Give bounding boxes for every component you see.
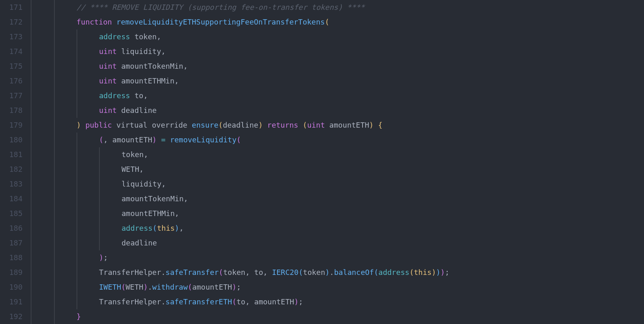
indent-guide <box>77 74 77 88</box>
code-line[interactable]: token, <box>54 147 449 162</box>
indent-guide <box>54 162 55 177</box>
code-line[interactable]: amountETHMin, <box>54 206 449 221</box>
code-text: deadline <box>54 239 157 247</box>
token: TransferHelper <box>99 268 161 277</box>
line-number: 176 <box>4 74 23 88</box>
indent-guide <box>77 133 77 147</box>
token: . <box>330 268 334 277</box>
token: ( <box>188 283 192 291</box>
token <box>298 121 303 129</box>
token: uint <box>99 47 117 56</box>
token: address <box>99 32 130 41</box>
indent-guide <box>99 236 100 250</box>
code-line[interactable]: uint amountTokenMin, <box>54 59 449 74</box>
token: . <box>161 297 166 306</box>
code-line[interactable]: uint amountETHMin, <box>54 74 449 88</box>
token: liquidity <box>122 180 162 188</box>
token: amountETHMin <box>122 209 175 218</box>
line-number: 190 <box>4 280 23 295</box>
token: ( <box>299 268 303 277</box>
line-number: 181 <box>4 147 23 162</box>
code-line[interactable]: uint deadline <box>54 103 449 118</box>
line-number: 175 <box>4 59 23 74</box>
code-line[interactable]: address(this), <box>54 221 449 236</box>
token: ) <box>99 253 104 262</box>
indent-guide <box>54 250 55 265</box>
indent-guide <box>54 15 55 29</box>
token: ) <box>432 268 436 277</box>
token: ) <box>441 268 445 277</box>
token: ( <box>410 268 414 277</box>
token: token <box>122 150 144 159</box>
token: amountETH <box>192 283 232 291</box>
token: uint <box>307 121 325 129</box>
token: WETH <box>122 165 139 173</box>
token: this <box>157 224 175 232</box>
indent-guide <box>54 280 55 295</box>
code-line[interactable]: ) public virtual override ensure(deadlin… <box>54 118 449 133</box>
code-line[interactable]: // **** REMOVE LIQUIDITY (supporting fee… <box>54 0 449 15</box>
code-text: function removeLiquidityETHSupportingFee… <box>54 18 329 26</box>
line-number-gutter: 1711721731741751761771781791801811821831… <box>0 0 31 324</box>
token: deadline <box>223 121 259 129</box>
line-number: 191 <box>4 295 23 309</box>
indent-guide <box>99 177 100 191</box>
token: to <box>130 91 144 100</box>
token: ( <box>218 121 223 129</box>
code-line[interactable]: (, amountETH) = removeLiquidity( <box>54 133 449 147</box>
indent-guide <box>54 309 55 324</box>
code-line[interactable]: ); <box>54 250 449 265</box>
code-line[interactable]: liquidity, <box>54 177 449 191</box>
token: . <box>161 268 166 277</box>
token: ; <box>445 268 449 277</box>
token: ( <box>232 297 236 306</box>
code-line[interactable]: IWETH(WETH).withdraw(amountETH); <box>54 280 449 295</box>
token: , <box>157 32 161 41</box>
indent-guide <box>77 88 77 103</box>
code-line[interactable]: function removeLiquidityETHSupportingFee… <box>54 15 449 29</box>
indent-guide <box>54 0 55 15</box>
token: . <box>148 283 152 291</box>
code-line[interactable]: address to, <box>54 88 449 103</box>
token: withdraw <box>152 283 188 291</box>
token: ( <box>303 121 307 129</box>
code-text: address to, <box>54 91 148 100</box>
token: ( <box>219 268 223 277</box>
indent-guide <box>54 118 55 133</box>
token: , <box>174 76 179 85</box>
token: , <box>175 209 179 218</box>
code-line[interactable]: } <box>54 309 449 324</box>
indent-guide <box>54 44 55 59</box>
token: } <box>77 312 81 321</box>
token: uint <box>99 106 117 115</box>
line-number: 180 <box>4 133 23 147</box>
code-line[interactable]: uint liquidity, <box>54 44 449 59</box>
indent-guide <box>77 147 77 162</box>
line-number: 172 <box>4 15 23 29</box>
line-number: 182 <box>4 162 23 177</box>
code-text: address(this), <box>54 224 184 232</box>
token: ) <box>258 121 263 129</box>
line-number: 174 <box>4 44 23 59</box>
token <box>166 135 170 144</box>
code-line[interactable]: deadline <box>54 236 449 250</box>
line-number: 178 <box>4 103 23 118</box>
code-line[interactable]: address token, <box>54 29 449 44</box>
code-editor[interactable]: 1711721731741751761771781791801811821831… <box>0 0 644 324</box>
token: = <box>161 135 166 144</box>
token: address <box>122 224 153 232</box>
token: ( <box>374 268 378 277</box>
indent-guide <box>54 147 55 162</box>
code-line[interactable]: TransferHelper.safeTransfer(token, to, I… <box>54 265 449 280</box>
code-line[interactable]: WETH, <box>54 162 449 177</box>
token <box>187 121 192 129</box>
code-line[interactable]: amountTokenMin, <box>54 191 449 206</box>
token: removeLiquidityETHSupportingFeeOnTransfe… <box>117 18 325 26</box>
line-number: 186 <box>4 221 23 236</box>
token: WETH <box>126 283 143 291</box>
indent-guide <box>77 44 77 59</box>
code-line[interactable]: TransferHelper.safeTransferETH(to, amoun… <box>54 295 449 309</box>
indent-guide <box>77 236 77 250</box>
token: amountETHMin <box>117 76 174 85</box>
code-content[interactable]: // **** REMOVE LIQUIDITY (supporting fee… <box>32 0 449 324</box>
